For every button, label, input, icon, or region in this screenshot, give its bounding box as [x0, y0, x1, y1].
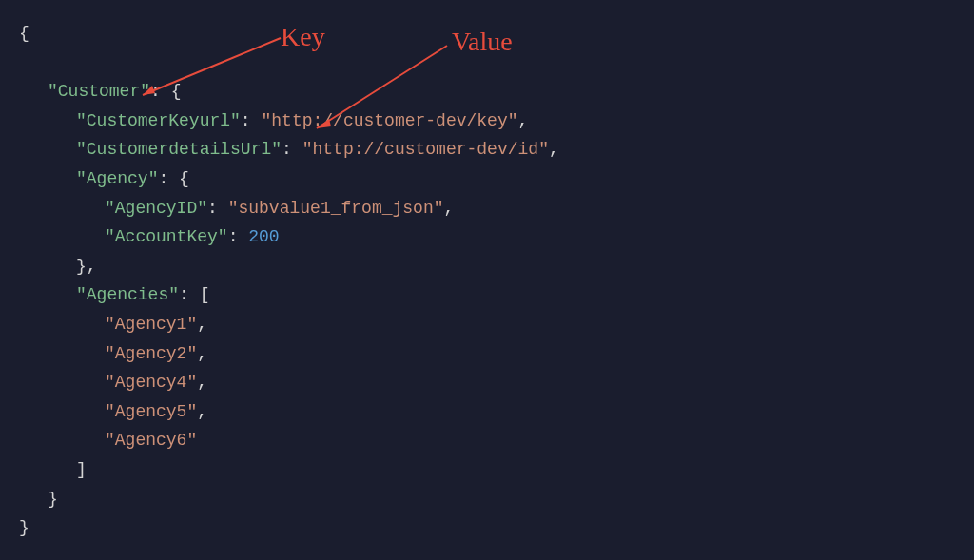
json-key: "AccountKey"	[105, 227, 228, 246]
json-key: "Agencies"	[76, 285, 179, 304]
open-brace: {	[171, 82, 182, 101]
code-line: "Agencies": [	[19, 280, 955, 310]
code-line: "AgencyID": "subvalue1_from_json",	[19, 194, 955, 223]
code-line: "Agency5",	[19, 397, 955, 427]
comma: ,	[197, 344, 207, 363]
json-string: "Agency2"	[105, 344, 197, 363]
code-line: "Agency": {	[19, 164, 955, 194]
colon: :	[241, 111, 262, 130]
colon: :	[228, 227, 249, 246]
close-brace: }	[19, 518, 29, 537]
comma: ,	[518, 111, 529, 130]
colon: :	[207, 199, 228, 218]
comma: ,	[549, 140, 559, 159]
close-brace: }	[48, 490, 58, 509]
code-line: ]	[19, 455, 955, 485]
colon: :	[150, 82, 171, 101]
comma: ,	[197, 315, 207, 334]
code-line: "Agency6"	[19, 426, 955, 455]
open-bracket: [	[200, 285, 210, 304]
close-brace: }	[76, 257, 87, 276]
code-line: },	[19, 252, 955, 281]
code-line: {	[19, 19, 955, 48]
json-key: "Agency"	[76, 169, 158, 188]
json-key: "Customer"	[48, 82, 150, 101]
comma: ,	[444, 199, 455, 218]
json-code-block: Key Value { "Customer": { "CustomerKeyur…	[19, 19, 955, 543]
colon: :	[158, 169, 179, 188]
code-line: "Agency4",	[19, 368, 955, 397]
json-string: "Agency4"	[105, 373, 197, 392]
json-string: "http://customer-dev/key"	[261, 111, 517, 130]
json-string: "http://customer-dev/id"	[302, 140, 549, 159]
code-line: "CustomerdetailsUrl": "http://customer-d…	[19, 135, 955, 164]
close-bracket: ]	[76, 460, 87, 479]
comma: ,	[87, 257, 97, 276]
json-key: "AgencyID"	[105, 199, 207, 218]
open-brace: {	[179, 169, 189, 188]
code-line: "Agency1",	[19, 310, 955, 339]
code-line-blank	[19, 48, 955, 78]
comma: ,	[197, 373, 207, 392]
json-key: "CustomerKeyurl"	[76, 111, 241, 130]
json-key: "CustomerdetailsUrl"	[76, 140, 282, 159]
code-line: "AccountKey": 200	[19, 222, 955, 252]
json-string: "Agency5"	[105, 402, 197, 421]
json-string: "Agency6"	[105, 431, 197, 450]
code-line: }	[19, 513, 955, 543]
json-number: 200	[248, 227, 279, 246]
json-string: "Agency1"	[105, 315, 197, 334]
code-line: }	[19, 485, 955, 514]
colon: :	[282, 140, 302, 159]
code-line: "Customer": {	[19, 77, 955, 106]
open-brace: {	[19, 24, 29, 43]
json-string: "subvalue1_from_json"	[228, 199, 444, 218]
colon: :	[179, 285, 200, 304]
code-line: "Agency2",	[19, 339, 955, 369]
code-line: "CustomerKeyurl": "http://customer-dev/k…	[19, 106, 955, 136]
comma: ,	[197, 402, 207, 421]
